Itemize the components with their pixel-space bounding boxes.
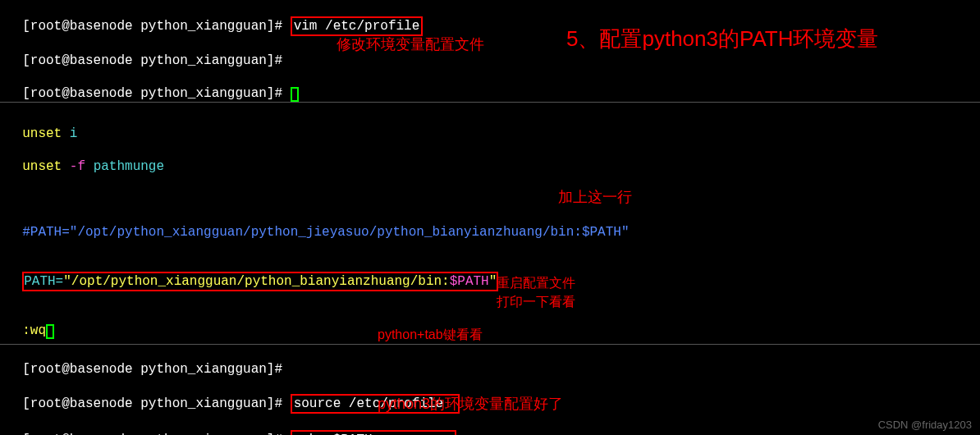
annotation-modify: 修改环境变量配置文件 [337, 34, 484, 54]
watermark: CSDN @friday1203 [878, 419, 972, 431]
annotation-done: python3的环境变量配置好了 [378, 394, 563, 414]
prompt: [root@basenode python_xiangguan]# [22, 86, 290, 101]
flag: -f [70, 159, 94, 174]
cursor [291, 87, 299, 102]
path-value-head: "/opt/python_xiangguan/python_bianyianzh… [63, 274, 449, 289]
prompt: [root@basenode python_xiangguan]# [22, 53, 290, 68]
vim-line: unset -f pathmunge [0, 142, 980, 175]
command-box: vim /etc/profile [291, 16, 424, 36]
command-box: echo $PATH [291, 430, 456, 435]
cursor [46, 324, 54, 339]
annotation-restart: 重启配置文件 [497, 275, 575, 292]
unset-keyword: unset [22, 159, 70, 174]
title-annotation: 5、配置python3的PATH环境变量 [566, 25, 878, 53]
path-comment: #PATH="/opt/python_xiangguan/python_jiey… [22, 225, 629, 240]
annotation-add-line: 加上这一行 [558, 187, 632, 207]
unset-keyword: unset [22, 126, 70, 141]
unset-var: i [70, 126, 78, 141]
terminal-line: [root@basenode python_xiangguan]# [0, 345, 980, 378]
path-dollar: $PATH [450, 274, 489, 289]
prompt: [root@basenode python_xiangguan]# [22, 396, 290, 411]
wq-command: :wq [22, 323, 46, 338]
function-name: pathmunge [94, 159, 164, 174]
path-var: PATH= [24, 274, 63, 289]
prompt: [root@basenode python_xiangguan]# [22, 362, 290, 377]
vim-line: unset i [0, 109, 980, 142]
vim-line: #PATH="/opt/python_xiangguan/python_jiey… [0, 208, 980, 240]
path-line-box: PATH="/opt/python_xiangguan/python_biany… [22, 272, 498, 291]
path-tail: " [489, 274, 497, 289]
annotation-print: 打印一下看看 [497, 294, 575, 311]
vim-line: PATH="/opt/python_xiangguan/python_biany… [0, 255, 980, 291]
vim-line: :wq [0, 306, 980, 339]
terminal-line: [root@basenode python_xiangguan]# echo $… [0, 414, 980, 435]
terminal-line: [root@basenode python_xiangguan]# [0, 69, 980, 102]
prompt: [root@basenode python_xiangguan]# [22, 19, 290, 34]
vim-command: vim /etc/profile [294, 19, 420, 34]
annotation-tab: python+tab键看看 [378, 327, 483, 344]
